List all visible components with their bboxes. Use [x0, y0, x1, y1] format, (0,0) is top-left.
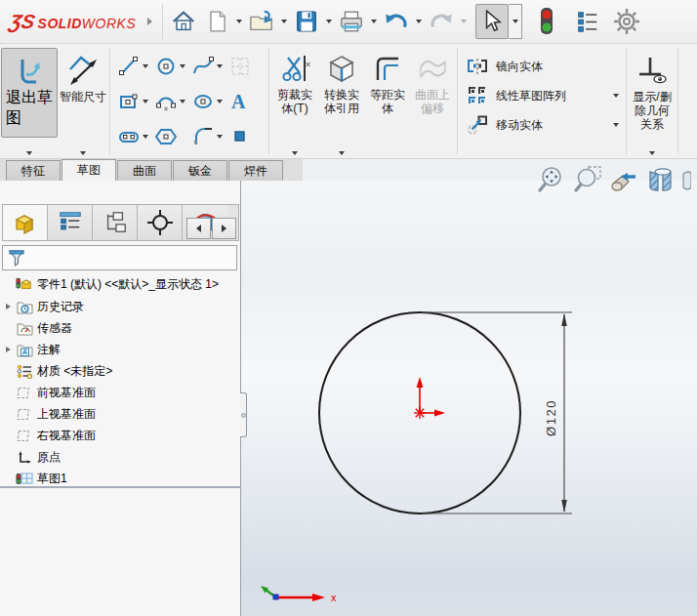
tree-item-sensors[interactable]: 传感器: [0, 317, 239, 339]
trim-dropdown-icon[interactable]: [292, 151, 298, 155]
propertymanager-tab[interactable]: [48, 205, 93, 240]
featuremanager-tab[interactable]: [3, 205, 48, 240]
panel-collapse-handle[interactable]: [240, 392, 247, 437]
text-tool-button[interactable]: A: [229, 85, 265, 118]
select-tool-dropdown[interactable]: [509, 4, 522, 39]
linear-pattern-button[interactable]: 线性草图阵列: [466, 81, 622, 110]
section-view-icon[interactable]: [645, 164, 676, 195]
sketch-fillet-button[interactable]: [192, 120, 227, 153]
view-settings-partial-icon[interactable]: [681, 164, 691, 195]
ellipse-tool-button[interactable]: [192, 85, 227, 118]
save-dropdown-icon[interactable]: [326, 20, 332, 23]
arc-dropdown-icon[interactable]: [180, 100, 185, 103]
ellipse-dropdown-icon[interactable]: [217, 100, 223, 103]
arc-tool-button[interactable]: [155, 85, 190, 118]
undo-dropdown-icon[interactable]: [416, 20, 422, 23]
exit-sketch-button[interactable]: 退出草图: [1, 48, 58, 138]
surface-offset-label: 曲面上偏移: [410, 88, 455, 115]
settings-button[interactable]: [610, 4, 643, 39]
open-button[interactable]: [245, 4, 278, 39]
sketch-fillet-dropdown-icon[interactable]: [217, 135, 223, 139]
display-relations-dropdown-icon[interactable]: [649, 151, 655, 155]
dimxpert-tab[interactable]: [138, 205, 183, 240]
tree-item-top-plane[interactable]: 上视基准面: [0, 403, 239, 425]
zoom-area-icon[interactable]: [573, 164, 604, 195]
slot-tool-button[interactable]: [118, 120, 153, 153]
slot-dropdown-icon[interactable]: [143, 135, 148, 139]
rectangle-tool-button[interactable]: [118, 85, 153, 118]
tree-item-material[interactable]: 材质 <未指定>: [0, 360, 239, 382]
plane-icon: [16, 386, 33, 400]
point-tool-button[interactable]: [229, 120, 265, 153]
zoom-fit-icon[interactable]: [537, 164, 568, 195]
linear-pattern-dropdown-icon[interactable]: [613, 94, 619, 98]
move-entities-button[interactable]: 移动实体: [466, 110, 622, 140]
circle-dropdown-icon[interactable]: [180, 64, 185, 68]
tree-item-annotations[interactable]: A 注解: [0, 339, 239, 360]
tree-item-front-plane[interactable]: 前视基准面: [0, 382, 239, 403]
tree-root-part[interactable]: 零件1 (默认) <<默认>_显示状态 1>: [0, 272, 239, 296]
display-relations-label: 显示/删除几何关系: [630, 90, 675, 131]
rebuild-button[interactable]: [530, 4, 563, 39]
open-dropdown-icon[interactable]: [281, 20, 287, 23]
display-relations-button[interactable]: 显示/删除几何关系: [630, 48, 675, 131]
convert-entities-button[interactable]: 转换实体引用: [319, 48, 364, 115]
home-button[interactable]: [167, 4, 200, 39]
tab-features[interactable]: 特征: [6, 160, 61, 181]
line-dropdown-icon[interactable]: [143, 64, 148, 68]
convert-group: 转换实体引用: [318, 44, 365, 158]
circle-tool-button[interactable]: [155, 50, 190, 83]
right-arrow-icon: [222, 225, 226, 232]
expand-arrow-icon[interactable]: [0, 304, 16, 309]
polygon-tool-button[interactable]: [155, 120, 190, 153]
move-entities-dropdown-icon[interactable]: [613, 123, 619, 127]
tab-scroll-left-button[interactable]: [186, 218, 211, 239]
svg-text:A: A: [21, 348, 27, 356]
select-tool-button[interactable]: [475, 4, 509, 39]
expand-arrow-icon[interactable]: [0, 347, 16, 352]
graphics-area[interactable]: Ø120 x: [241, 181, 697, 616]
smart-dimension-group: 智能尺寸: [59, 44, 107, 158]
new-document-button[interactable]: [200, 4, 233, 39]
dimension-line[interactable]: [561, 313, 567, 513]
circle-icon: [155, 56, 177, 77]
dimension-label[interactable]: Ø120: [544, 399, 558, 436]
tab-scroll-right-button[interactable]: [212, 218, 236, 239]
convert-dropdown-icon[interactable]: [339, 151, 345, 155]
sensors-folder-icon: [16, 321, 33, 336]
spline-dropdown-icon[interactable]: [217, 64, 223, 68]
rectangle-dropdown-icon[interactable]: [143, 100, 148, 103]
mirror-entities-button[interactable]: 镜向实体: [466, 52, 622, 81]
tree-filter-field[interactable]: [2, 245, 237, 270]
sketch-origin[interactable]: [414, 377, 445, 419]
smart-dimension-button[interactable]: 智能尺寸: [60, 48, 106, 103]
previous-view-icon[interactable]: [609, 164, 640, 195]
offset-entities-button[interactable]: 等距实体: [365, 44, 410, 158]
origin-icon: [16, 450, 33, 465]
tab-sketch[interactable]: 草图: [62, 159, 116, 181]
tree-item-history[interactable]: 历史记录: [0, 296, 239, 317]
save-button[interactable]: [290, 4, 323, 39]
print-button[interactable]: [335, 4, 368, 39]
line-tool-button[interactable]: [118, 50, 153, 83]
tab-sheet-metal[interactable]: 钣金: [173, 160, 227, 181]
tab-surfaces[interactable]: 曲面: [117, 160, 172, 181]
filter-funnel-icon: [7, 248, 26, 267]
rollback-bar[interactable]: [0, 486, 240, 488]
logo-flyout-icon[interactable]: [147, 18, 152, 25]
undo-button[interactable]: [380, 4, 413, 39]
configurationmanager-tab[interactable]: [93, 205, 138, 240]
spline-tool-button[interactable]: [192, 50, 227, 83]
tree-item-right-plane[interactable]: 右视基准面: [0, 425, 239, 446]
new-document-dropdown-icon[interactable]: [236, 20, 242, 23]
trim-scissors-icon: [279, 54, 310, 85]
trim-entities-button[interactable]: 剪裁实体(T): [272, 48, 317, 115]
exit-sketch-dropdown-icon[interactable]: [26, 151, 32, 155]
tab-weldments[interactable]: 焊件: [228, 160, 283, 181]
annotations-folder-icon: A: [16, 343, 33, 357]
print-dropdown-icon[interactable]: [371, 20, 377, 23]
smart-dimension-dropdown-icon[interactable]: [80, 151, 86, 155]
options-list-button[interactable]: [571, 4, 604, 39]
tree-item-origin[interactable]: 原点: [0, 446, 239, 468]
plane-icon: [16, 429, 33, 443]
